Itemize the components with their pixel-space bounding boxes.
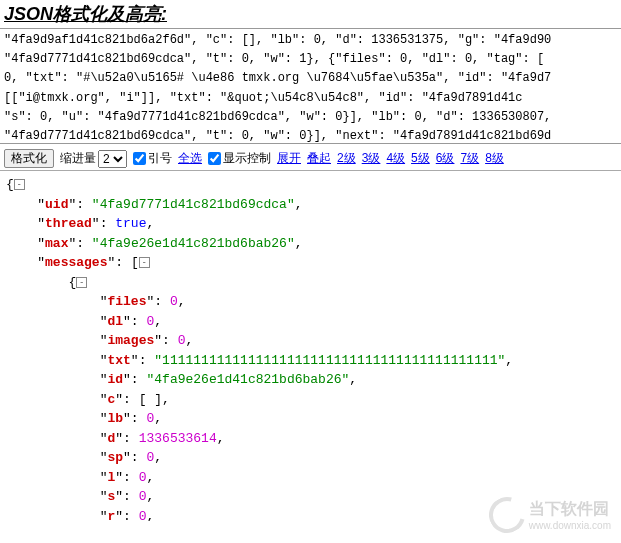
indent-group: 缩进量 2 — [60, 150, 127, 168]
quote-checkbox-group[interactable]: 引号 — [133, 150, 172, 167]
watermark-url: www.downxia.com — [529, 520, 611, 531]
format-button[interactable]: 格式化 — [4, 149, 54, 168]
level-6-link[interactable]: 6级 — [436, 150, 455, 167]
quote-label: 引号 — [148, 150, 172, 167]
level-5-link[interactable]: 5级 — [411, 150, 430, 167]
raw-json-input[interactable] — [0, 29, 621, 144]
showcontrol-checkbox[interactable] — [208, 152, 221, 165]
collapse-link[interactable]: 叠起 — [307, 150, 331, 167]
level-8-link[interactable]: 8级 — [485, 150, 504, 167]
collapse-toggle-icon[interactable]: - — [139, 257, 150, 268]
quote-checkbox[interactable] — [133, 152, 146, 165]
level-4-link[interactable]: 4级 — [386, 150, 405, 167]
collapse-toggle-icon[interactable]: - — [76, 277, 87, 288]
section-title: JSON格式化及高亮: — [0, 0, 621, 29]
showcontrol-label: 显示控制 — [223, 150, 271, 167]
level-3-link[interactable]: 3级 — [362, 150, 381, 167]
indent-label: 缩进量 — [60, 150, 96, 167]
toolbar: 格式化 缩进量 2 引号 全选 显示控制 展开 叠起 2级 3级 4级 5级 6… — [0, 147, 621, 171]
indent-select[interactable]: 2 — [98, 150, 127, 168]
select-all-link[interactable]: 全选 — [178, 150, 202, 167]
formatted-json-viewer: {- "uid": "4fa9d7771d41c821bd69cdca", "t… — [0, 171, 621, 521]
collapse-toggle-icon[interactable]: - — [14, 179, 25, 190]
level-2-link[interactable]: 2级 — [337, 150, 356, 167]
expand-link[interactable]: 展开 — [277, 150, 301, 167]
level-7-link[interactable]: 7级 — [460, 150, 479, 167]
showcontrol-checkbox-group[interactable]: 显示控制 — [208, 150, 271, 167]
